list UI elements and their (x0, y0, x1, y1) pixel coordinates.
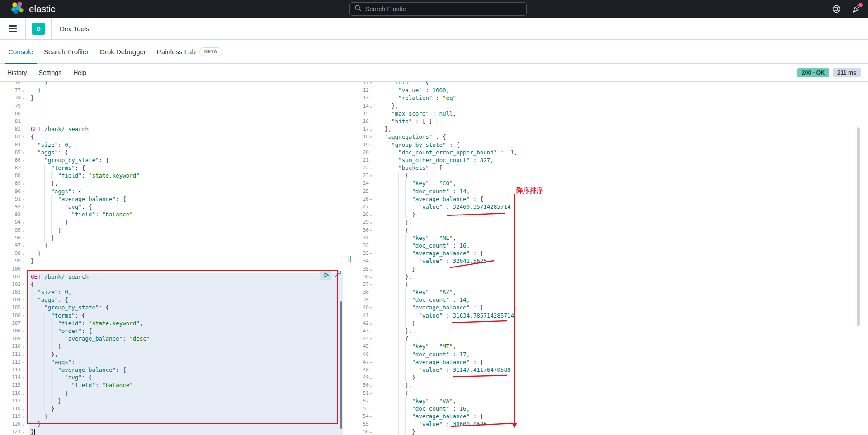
code-line[interactable]: 101GET /bank/_search (0, 273, 343, 281)
tab-painless-lab[interactable]: Painless Lab BETA (151, 40, 228, 63)
fold-toggle-icon[interactable]: ▾ (370, 359, 372, 366)
code-line[interactable]: 46"doc_count" : 17, (357, 351, 868, 358)
code-line[interactable]: 116▴} (0, 389, 343, 397)
code-line[interactable]: 115"field": "balance" (0, 381, 343, 389)
fold-toggle-icon[interactable]: ▾ (370, 141, 372, 149)
newsfeed-icon[interactable] (852, 5, 861, 14)
code-line[interactable]: 87▾"terms": { (0, 164, 343, 172)
code-line[interactable]: 56▴} (357, 428, 868, 435)
code-line[interactable]: 99▴} (0, 257, 343, 265)
history-menu[interactable]: History (7, 69, 27, 76)
fold-toggle-icon[interactable]: ▴ (23, 242, 25, 250)
tab-console[interactable]: Console (3, 40, 38, 63)
code-line[interactable]: 95▴} (0, 226, 343, 234)
code-line[interactable]: 111▴}, (0, 351, 343, 358)
code-line[interactable]: 12"value" : 1000, (357, 86, 868, 94)
fold-toggle-icon[interactable]: ▾ (23, 366, 25, 374)
fold-toggle-icon[interactable]: ▴ (23, 343, 25, 351)
left-scrollbar[interactable] (340, 301, 342, 429)
tab-grok-debugger[interactable]: Grok Debugger (94, 40, 151, 63)
response-viewer[interactable]: 11▾"total" : {12"value" : 1000,13"relati… (357, 82, 868, 435)
code-line[interactable]: 120▴} (0, 420, 343, 428)
code-line[interactable]: 77▴} (0, 86, 343, 94)
fold-toggle-icon[interactable]: ▾ (370, 281, 372, 289)
fold-toggle-icon[interactable]: ▴ (23, 398, 25, 405)
request-editor[interactable]: 76}77▴}78▴}79808182GET /bank/_search83▾{… (0, 82, 343, 435)
code-line[interactable]: 83▾{ (0, 133, 343, 140)
fold-toggle-icon[interactable]: ▴ (23, 219, 25, 226)
code-line[interactable]: 104▾"aggs": { (0, 296, 343, 304)
menu-toggle-button[interactable] (0, 18, 25, 40)
fold-toggle-icon[interactable]: ▴ (370, 327, 372, 335)
code-line[interactable]: 30▾{ (357, 226, 868, 234)
fold-toggle-icon[interactable]: ▾ (370, 413, 372, 421)
fold-toggle-icon[interactable]: ▾ (23, 296, 25, 304)
fold-toggle-icon[interactable]: ▾ (23, 359, 25, 366)
code-line[interactable]: 24"key" : "CO", (357, 179, 868, 187)
fold-toggle-icon[interactable]: ▴ (23, 413, 25, 421)
fold-toggle-icon[interactable]: ▴ (23, 390, 25, 398)
code-line[interactable]: 36▴}, (357, 273, 868, 281)
code-line[interactable]: 38"key" : "AZ", (357, 288, 868, 296)
code-line[interactable]: 27"value" : 32460.35714285714 (357, 203, 868, 210)
code-line[interactable]: 112▾"aggs": { (0, 358, 343, 366)
fold-toggle-icon[interactable]: ▾ (370, 196, 372, 203)
code-line[interactable]: 17▴}, (357, 125, 868, 133)
send-request-button[interactable] (320, 270, 331, 280)
fold-toggle-icon[interactable]: ▾ (23, 374, 25, 382)
fold-toggle-icon[interactable]: ▾ (23, 281, 25, 289)
fold-toggle-icon[interactable]: ▴ (370, 103, 372, 110)
code-line[interactable]: 37▾{ (357, 281, 868, 288)
code-line[interactable]: 114▾"avg": { (0, 374, 343, 381)
fold-toggle-icon[interactable]: ▾ (370, 133, 372, 141)
global-search[interactable] (349, 2, 527, 16)
code-line[interactable]: 20"doc_count_error_upper_bound" : -1, (357, 149, 868, 156)
fold-toggle-icon[interactable]: ▾ (370, 335, 372, 343)
fold-toggle-icon[interactable]: ▴ (23, 250, 25, 257)
code-line[interactable]: 82GET /bank/_search (0, 125, 343, 133)
fold-toggle-icon[interactable]: ▾ (370, 164, 372, 172)
fold-toggle-icon[interactable]: ▴ (370, 382, 372, 389)
code-line[interactable]: 84"size": 0, (0, 141, 343, 149)
fold-toggle-icon[interactable]: ▾ (23, 196, 25, 203)
code-line[interactable]: 80 (0, 110, 343, 117)
code-line[interactable]: 81 (0, 117, 343, 125)
code-line[interactable]: 118▴} (0, 405, 343, 412)
code-line[interactable]: 50▴}, (357, 381, 868, 389)
code-line[interactable]: 79 (0, 102, 343, 110)
code-line[interactable]: 109"average_balance": "desc" (0, 335, 343, 342)
code-line[interactable]: 51▾{ (357, 389, 868, 397)
code-line[interactable]: 117▴} (0, 397, 343, 405)
code-line[interactable]: 96▴} (0, 234, 343, 242)
code-line[interactable]: 47▾"average_balance" : { (357, 358, 868, 366)
code-line[interactable]: 32"doc_count" : 16, (357, 242, 868, 249)
code-line[interactable]: 103"size": 0, (0, 288, 343, 296)
fold-toggle-icon[interactable]: ▾ (370, 250, 372, 257)
code-line[interactable]: 25"doc_count" : 14, (357, 187, 868, 195)
code-line[interactable]: 107"field": "state.keyword", (0, 319, 343, 327)
fold-toggle-icon[interactable]: ▾ (23, 149, 25, 157)
code-line[interactable]: 18▾"aggregations" : { (357, 133, 868, 140)
code-line[interactable]: 31"key" : "NE", (357, 234, 868, 242)
code-line[interactable]: 11▾"total" : { (357, 82, 868, 86)
fold-toggle-icon[interactable]: ▴ (23, 257, 25, 265)
code-line[interactable]: 34"value" : 32041.5625 (357, 257, 868, 265)
fold-toggle-icon[interactable]: ▾ (23, 164, 25, 172)
fold-toggle-icon[interactable]: ▴ (370, 273, 372, 281)
code-line[interactable]: 92▾"avg": { (0, 203, 343, 210)
code-line[interactable]: 105▾"group_by_state": { (0, 304, 343, 311)
code-line[interactable]: 108▾"order": { (0, 327, 343, 335)
code-line[interactable]: 110▴} (0, 342, 343, 350)
fold-toggle-icon[interactable]: ▴ (23, 180, 25, 187)
code-line[interactable]: 113▾"average_balance": { (0, 366, 343, 374)
code-line[interactable]: 86▾"group_by_state": { (0, 156, 343, 164)
fold-toggle-icon[interactable]: ▾ (370, 227, 372, 234)
code-line[interactable]: 52"key" : "VA", (357, 397, 868, 405)
fold-toggle-icon[interactable]: ▴ (23, 227, 25, 234)
fold-toggle-icon[interactable]: ▴ (370, 126, 372, 133)
code-line[interactable]: 53"doc_count" : 16, (357, 405, 868, 412)
code-line[interactable]: 90▾"aggs": { (0, 187, 343, 195)
code-line[interactable]: 89▴}, (0, 179, 343, 187)
fold-toggle-icon[interactable]: ▾ (23, 188, 25, 196)
help-icon[interactable] (832, 5, 841, 14)
